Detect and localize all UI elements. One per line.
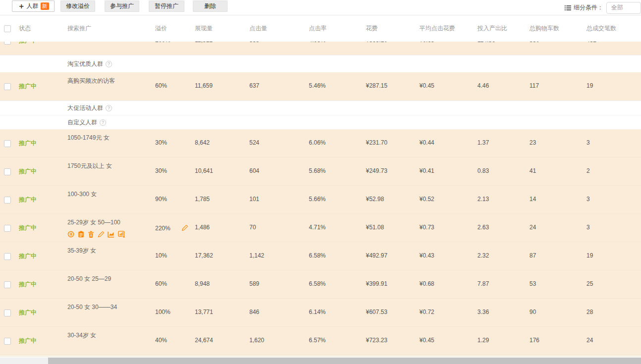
add-audience-button[interactable]: ＋ 人群 新 — [12, 0, 55, 12]
plus-icon: ＋ — [18, 1, 25, 11]
clicks-cell: 524 — [245, 129, 305, 157]
audience-name-cell: 100-300 女 — [63, 186, 151, 214]
section-row: 淘宝优质人群? — [0, 55, 641, 72]
section-label: 自定义人群 — [67, 118, 97, 127]
section-label: 淘宝优质人群 — [67, 60, 103, 68]
status-badge: 推广中 — [15, 214, 63, 242]
avg-click-cost-cell: ¥0.72 — [415, 299, 473, 327]
premium-cell: 220% — [151, 214, 191, 242]
ctr-cell: 5.68% — [305, 157, 362, 186]
roi-cell: 4.46 — [473, 72, 525, 101]
audience-name[interactable]: 100-300 女 — [67, 190, 151, 199]
row-checkbox[interactable] — [4, 42, 11, 45]
audience-name[interactable]: 1050-1749元 女 — [67, 134, 151, 142]
total-orders-cell: 24 — [583, 327, 641, 355]
row-checkbox[interactable] — [4, 310, 11, 316]
roi-cell: 2.13 — [473, 186, 525, 214]
audience-name[interactable]: 1750元及以上 女 — [67, 162, 151, 170]
total-orders-cell: 28 — [583, 299, 641, 327]
header-total-carts: 总购物车数 — [525, 24, 583, 33]
row-checkbox[interactable] — [4, 253, 11, 260]
segment-filter-select[interactable]: 全部 — [606, 2, 641, 14]
impressions-cell: 8,642 — [191, 129, 245, 157]
cost-cell: ¥52.98 — [362, 186, 415, 214]
chart-icon[interactable] — [108, 231, 115, 238]
help-icon[interactable]: ? — [100, 119, 106, 126]
select-all-cell — [0, 25, 15, 32]
horizontal-scrollbar-thumb[interactable] — [48, 358, 641, 364]
row-checkbox[interactable] — [4, 140, 11, 147]
audience-name[interactable]: 35-39岁 女 — [67, 247, 151, 255]
clicks-cell: 1,620 — [245, 327, 305, 355]
impressions-cell: 11,659 — [191, 72, 245, 101]
table-row: 推广中200%11,3125384.93%¥363.10¥0.65114.568… — [0, 42, 641, 55]
row-checkbox-cell — [0, 157, 15, 186]
row-checkbox[interactable] — [4, 83, 11, 90]
total-orders-cell: 19 — [583, 242, 641, 270]
help-icon[interactable]: ? — [106, 61, 112, 67]
section-label: 大促活动人群 — [67, 104, 103, 112]
row-checkbox-cell — [0, 327, 15, 355]
edit-premium-icon[interactable] — [181, 225, 188, 231]
report-icon[interactable] — [78, 231, 84, 238]
row-checkbox-cell — [0, 242, 15, 270]
header-impressions: 展现量 — [191, 24, 245, 33]
impressions-cell: 11,312 — [191, 42, 245, 55]
cost-cell: ¥287.15 — [362, 72, 415, 101]
new-badge: 新 — [41, 2, 49, 10]
status-badge: 推广中 — [15, 299, 63, 327]
header-status: 状态 — [15, 24, 63, 33]
edit-icon[interactable] — [98, 231, 104, 238]
row-checkbox[interactable] — [4, 225, 11, 232]
pause-icon[interactable] — [67, 231, 74, 238]
audience-name[interactable]: 30-34岁 女 — [67, 331, 151, 340]
filter-list-icon — [565, 5, 571, 11]
audience-name[interactable]: 20-50 女 25—29 — [67, 275, 151, 283]
join-promotion-button[interactable]: 参与推广 — [105, 0, 139, 12]
pause-promotion-button[interactable]: 暂停推广 — [149, 0, 184, 12]
transfer-icon[interactable] — [118, 231, 125, 238]
audience-name-cell — [63, 42, 151, 55]
audience-name-cell: 20-50 女 30——34 — [63, 299, 151, 327]
select-all-checkbox[interactable] — [4, 25, 11, 32]
audience-name-cell: 1050-1749元 女 — [63, 129, 151, 157]
row-checkbox[interactable] — [4, 197, 11, 204]
horizontal-scrollbar[interactable] — [0, 358, 641, 364]
delete-icon[interactable] — [88, 231, 94, 238]
total-carts-cell: 23 — [525, 129, 583, 157]
clicks-cell: 538 — [245, 42, 305, 55]
modify-premium-button[interactable]: 修改溢价 — [60, 0, 95, 12]
delete-button[interactable]: 删除 — [193, 0, 228, 12]
cost-cell: ¥231.70 — [362, 129, 415, 157]
audience-name[interactable]: 25-29岁 女 50—100 — [67, 218, 151, 227]
roi-cell: 2.32 — [473, 242, 525, 270]
avg-click-cost-cell: ¥0.52 — [415, 186, 473, 214]
total-carts-cell: 53 — [525, 270, 583, 299]
header-clicks: 点击量 — [245, 24, 305, 33]
premium-cell: 100% — [151, 299, 191, 327]
total-carts-cell: 14 — [525, 186, 583, 214]
header-roi: 投入产出比 — [473, 24, 525, 33]
avg-click-cost-cell: ¥0.73 — [415, 214, 473, 242]
row-checkbox-cell — [0, 72, 15, 101]
row-checkbox[interactable] — [4, 168, 11, 175]
ctr-cell: 6.57% — [305, 327, 362, 355]
avg-click-cost-cell: ¥0.41 — [415, 157, 473, 186]
roi-cell: 1.29 — [473, 327, 525, 355]
table-row: 推广中25-29岁 女 50—100220%1,486704.71%¥51.08… — [0, 214, 641, 242]
audience-name[interactable]: 高购买频次的访客 — [67, 77, 151, 85]
audience-name[interactable]: 20-50 女 30——34 — [67, 303, 151, 312]
toolbar: ＋ 人群 新 修改溢价 参与推广 暂停推广 删除 细分条件： 全部 — [0, 0, 641, 15]
row-checkbox[interactable] — [4, 281, 11, 288]
premium-value: 220% — [155, 225, 171, 232]
table-row: 推广中30-34岁 女40%24,6741,6206.57%¥723.23¥0.… — [0, 327, 641, 355]
row-checkbox-cell — [0, 299, 15, 327]
add-audience-label: 人群 — [27, 2, 39, 10]
cost-cell: ¥723.23 — [362, 327, 415, 355]
row-checkbox[interactable] — [4, 338, 11, 345]
clicks-cell: 846 — [245, 299, 305, 327]
help-icon[interactable]: ? — [106, 105, 112, 111]
total-orders-cell: 3 — [583, 214, 641, 242]
avg-click-cost-cell: ¥0.44 — [415, 129, 473, 157]
total-carts-cell: 117 — [525, 72, 583, 101]
